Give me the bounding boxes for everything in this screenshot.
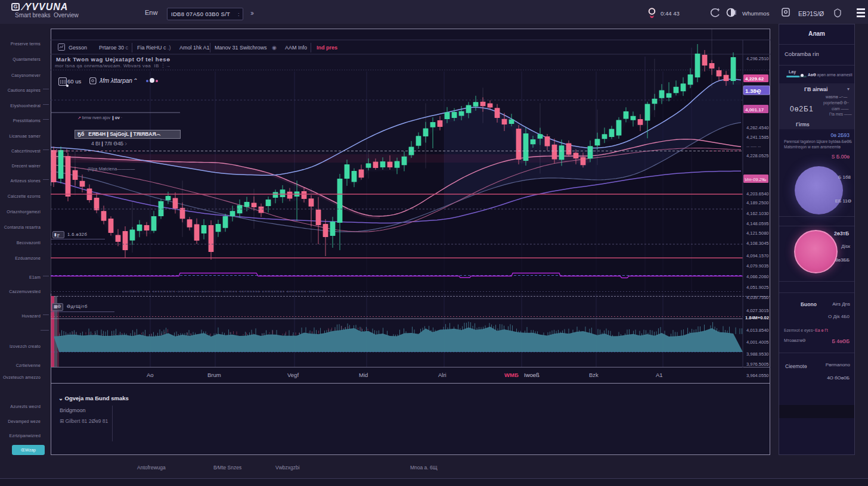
svg-text:4,229.62: 4,229.62: [745, 76, 764, 82]
svg-text:Vegf: Vegf: [287, 372, 299, 378]
svg-text:Ao: Ao: [147, 372, 154, 378]
svg-text:4,189.2500: 4,189.2500: [746, 200, 769, 205]
svg-text:Bzk: Bzk: [589, 372, 599, 378]
svg-text:4,162.1030: 4,162.1030: [746, 211, 769, 216]
svg-text:4,013.8540: 4,013.8540: [746, 328, 769, 333]
svg-text:1.38Ҿ: 1.38Ҿ: [745, 88, 761, 94]
svg-text:4,027.3015: 4,027.3015: [746, 308, 769, 313]
svg-text:Mid: Mid: [359, 372, 368, 378]
svg-text:Alri: Alri: [438, 372, 447, 378]
svg-text:Vrn·09.2‰: Vrn·09.2‰: [745, 177, 767, 182]
svg-text:4,094.1570: 4,094.1570: [746, 253, 769, 258]
svg-text:3,976.5005: 3,976.5005: [746, 362, 769, 367]
svg-text:1.84M+0.02: 1.84M+0.02: [745, 315, 769, 320]
svg-text:ommasa msa sessmssrs omssrmes: ommasa msa sessmssrs omssrmes asmrmss sm…: [122, 289, 326, 293]
svg-text:3,988.9530: 3,988.9530: [746, 351, 769, 357]
svg-text:4,039.7550: 4,039.7550: [746, 295, 769, 300]
svg-text:4,066.2060: 4,066.2060: [746, 274, 769, 279]
svg-text:4,296.2510: 4,296.2510: [746, 56, 769, 61]
svg-text:4,051.9025: 4,051.9025: [746, 285, 769, 290]
svg-text:4,203.6540: 4,203.6540: [746, 191, 769, 197]
svg-text:4,001.17: 4,001.17: [745, 107, 764, 113]
svg-text:4,148.0595: 4,148.0595: [746, 221, 769, 226]
svg-text:4,121.5080: 4,121.5080: [746, 230, 769, 236]
svg-text:4,241.1585: 4,241.1585: [746, 135, 769, 140]
svg-text:4,262.4540: 4,262.4540: [746, 125, 769, 130]
svg-text:3,964.0550: 3,964.0550: [746, 373, 769, 378]
svg-text:4,108.3045: 4,108.3045: [746, 241, 769, 246]
svg-text:Brum: Brum: [207, 372, 221, 378]
svg-text:4,228.0525: 4,228.0525: [746, 153, 769, 158]
svg-text:4,001.4005: 4,001.4005: [746, 339, 769, 345]
svg-text:-- ---- --: -- ---- --: [746, 144, 761, 149]
svg-text:4,079.9035: 4,079.9035: [746, 263, 769, 269]
svg-text:WMБ: WMБ: [504, 372, 519, 378]
svg-text:Iwoeß: Iwoeß: [524, 372, 540, 378]
svg-text:A1: A1: [656, 372, 663, 378]
